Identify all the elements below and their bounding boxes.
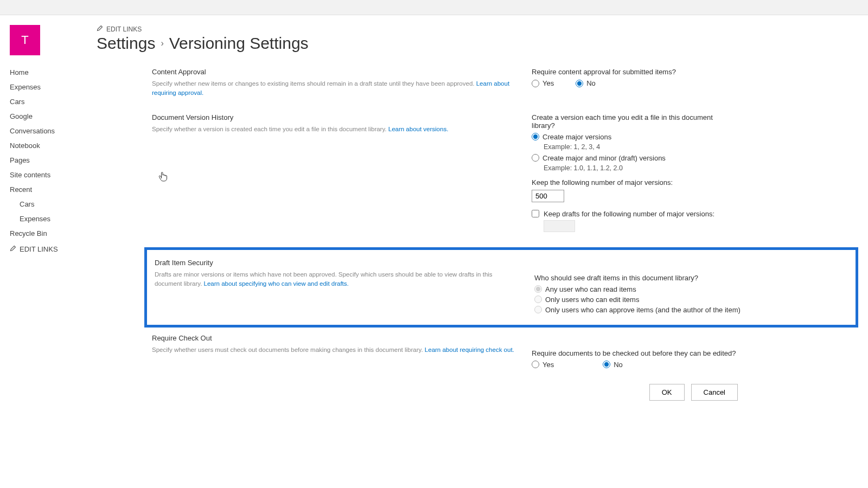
version-minor-example: Example: 1.0, 1.1, 1.2, 2.0 [544, 164, 738, 172]
ok-button[interactable]: OK [649, 384, 685, 401]
cancel-button[interactable]: Cancel [691, 384, 738, 401]
checkout-yes-option[interactable]: Yes [532, 361, 554, 369]
version-history-learn-link[interactable]: Learn about versions. [388, 126, 449, 132]
version-history-question: Create a version each time you edit a fi… [532, 113, 738, 130]
draft-editors-radio[interactable] [534, 296, 542, 303]
content-approval-desc-text: Specify whether new items or changes to … [152, 80, 476, 87]
require-checkout-title: Require Check Out [152, 334, 515, 342]
content-approval-title: Content Approval [152, 68, 515, 76]
section-version-history: Document Version History Specify whether… [152, 113, 858, 232]
draft-approvers-option[interactable]: Only users who can approve items (and th… [534, 306, 741, 314]
content-approval-no-option[interactable]: No [576, 79, 596, 87]
left-column: T Home Expenses Cars Google Conversation… [10, 25, 97, 401]
top-edit-links[interactable]: EDIT LINKS [97, 25, 858, 33]
content-approval-yes-label: Yes [542, 79, 554, 87]
keep-drafts-input-disabled [544, 220, 575, 232]
checkout-no-radio[interactable] [603, 361, 610, 368]
version-major-example: Example: 1, 2, 3, 4 [544, 143, 738, 151]
nav-notebook[interactable]: Notebook [10, 138, 97, 153]
nav-edit-links-label: EDIT LINKS [20, 245, 58, 253]
form-buttons: OK Cancel [152, 384, 738, 401]
nav-google[interactable]: Google [10, 109, 97, 124]
nav-recycle-bin[interactable]: Recycle Bin [10, 226, 97, 241]
require-checkout-question: Require documents to be checked out befo… [532, 349, 738, 357]
require-checkout-desc-text: Specify whether users must check out doc… [152, 346, 425, 353]
nav-pages[interactable]: Pages [10, 153, 97, 168]
checkout-no-label: No [614, 361, 623, 369]
draft-security-question: Who should see draft items in this docum… [534, 274, 741, 282]
section-require-checkout: Require Check Out Specify whether users … [152, 334, 858, 369]
breadcrumb-separator: › [161, 38, 163, 48]
version-minor-label: Create major and minor (draft) versions [542, 154, 666, 162]
draft-any-user-radio[interactable] [534, 285, 542, 293]
site-logo-tile[interactable]: T [10, 25, 40, 55]
draft-approvers-radio[interactable] [534, 306, 542, 313]
draft-editors-label: Only users who can edit items [545, 296, 639, 304]
version-major-option[interactable]: Create major versions [532, 133, 738, 141]
breadcrumb: Settings › Versioning Settings [97, 34, 858, 53]
version-history-desc: Specify whether a version is created eac… [152, 125, 515, 134]
nav-home[interactable]: Home [10, 65, 97, 80]
draft-editors-option[interactable]: Only users who can edit items [534, 296, 741, 304]
draft-security-desc: Drafts are minor versions or items which… [155, 270, 518, 289]
version-major-radio[interactable] [532, 133, 539, 140]
pencil-icon [97, 25, 103, 33]
content-approval-no-label: No [586, 79, 596, 87]
content-approval-no-radio[interactable] [576, 80, 583, 87]
top-edit-links-label: EDIT LINKS [106, 25, 142, 33]
keep-major-input[interactable] [532, 190, 564, 202]
content-approval-yes-radio[interactable] [532, 80, 539, 87]
nav-cars[interactable]: Cars [10, 94, 97, 109]
breadcrumb-settings[interactable]: Settings [97, 34, 155, 53]
checkout-no-option[interactable]: No [603, 361, 623, 369]
nav-recent-cars[interactable]: Cars [10, 197, 97, 211]
content-approval-yes-option[interactable]: Yes [532, 79, 554, 87]
nav-recent[interactable]: Recent [10, 182, 97, 197]
section-draft-security-highlight: Draft Item Security Drafts are minor ver… [144, 247, 858, 328]
content-approval-question: Require content approval for submitted i… [532, 68, 738, 76]
require-checkout-learn-link[interactable]: Learn about requiring check out. [425, 346, 514, 353]
keep-major-label: Keep the following number of major versi… [532, 178, 738, 187]
version-history-title: Document Version History [152, 113, 515, 121]
site-logo-letter: T [21, 33, 28, 47]
quick-launch-nav: Home Expenses Cars Google Conversations … [10, 65, 97, 258]
require-checkout-desc: Specify whether users must check out doc… [152, 345, 515, 355]
version-history-desc-text: Specify whether a version is created eac… [152, 126, 388, 132]
version-minor-radio[interactable] [532, 154, 539, 162]
nav-conversations[interactable]: Conversations [10, 124, 97, 138]
keep-drafts-checkbox[interactable] [532, 210, 539, 217]
draft-any-user-label: Any user who can read items [545, 285, 636, 293]
nav-recent-expenses[interactable]: Expenses [10, 211, 97, 226]
nav-expenses[interactable]: Expenses [10, 80, 97, 94]
keep-drafts-label: Keep drafts for the following number of … [544, 210, 714, 218]
main-column: EDIT LINKS Settings › Versioning Setting… [97, 25, 858, 401]
checkout-yes-label: Yes [542, 361, 554, 369]
settings-content: Content Approval Specify whether new ite… [97, 68, 858, 401]
content-approval-desc: Specify whether new items or changes to … [152, 79, 515, 98]
draft-approvers-label: Only users who can approve items (and th… [545, 306, 741, 314]
section-content-approval: Content Approval Specify whether new ite… [152, 68, 858, 98]
breadcrumb-versioning-settings: Versioning Settings [169, 34, 309, 53]
pencil-icon [10, 245, 16, 253]
nav-site-contents[interactable]: Site contents [10, 168, 97, 182]
draft-any-user-option[interactable]: Any user who can read items [534, 285, 741, 293]
version-major-label: Create major versions [542, 133, 611, 141]
nav-edit-links[interactable]: EDIT LINKS [10, 241, 97, 258]
version-minor-option[interactable]: Create major and minor (draft) versions [532, 154, 738, 162]
draft-security-learn-link[interactable]: Learn about specifying who can view and … [204, 280, 349, 287]
top-bar [0, 0, 868, 15]
checkout-yes-radio[interactable] [532, 361, 539, 368]
draft-security-title: Draft Item Security [155, 259, 518, 267]
